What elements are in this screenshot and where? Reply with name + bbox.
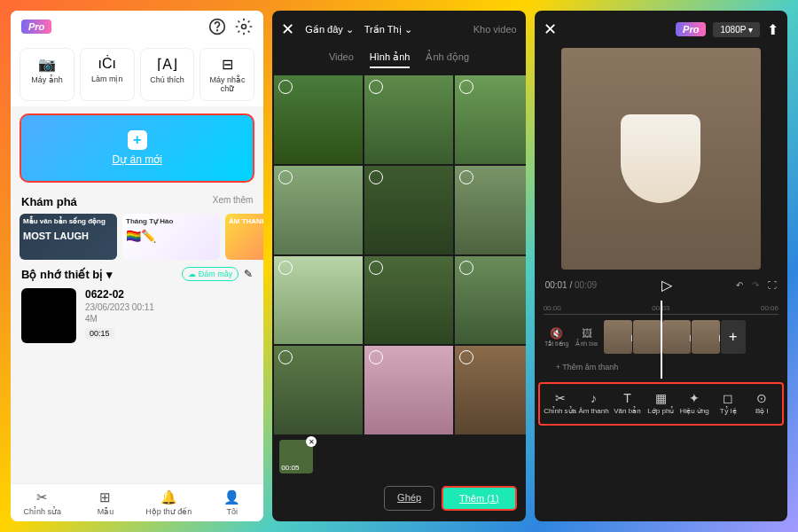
project-item[interactable]: 0622-02 23/06/2023 00:11 4M 00:15 [11, 288, 263, 343]
media-item[interactable] [364, 346, 453, 434]
project-info: 0622-02 23/06/2023 00:11 4M 00:15 [85, 288, 154, 343]
tab-edit[interactable]: ✂Chỉnh sửa [11, 489, 74, 516]
tab-inbox[interactable]: 🔔Hộp thư đến [137, 489, 200, 516]
tool-audio[interactable]: ♪Âm thanh [577, 391, 611, 415]
media-item[interactable] [274, 256, 363, 345]
recent-dropdown[interactable]: Gần đây ⌄ [305, 24, 353, 35]
time-display: 00:01 / 00:09 [545, 280, 597, 290]
tool-edit[interactable]: ✂Chỉnh sửa [544, 391, 577, 415]
explore-more[interactable]: Xem thêm [213, 195, 254, 208]
selected-thumb[interactable]: ✕ 00:05 [279, 440, 313, 473]
media-item[interactable] [364, 75, 453, 164]
card-label: Tháng Tự Hào [126, 217, 173, 225]
card-sub: MOST LAUGH [23, 231, 113, 241]
undo-icon[interactable]: ↶ [736, 280, 743, 290]
explore-cards: Mẫu văn bản sống độngMOST LAUGH Tháng Tự… [11, 214, 263, 260]
explore-card[interactable]: Tháng Tự Hào🏳️‍🌈✏️ [122, 214, 220, 260]
storage-title[interactable]: Bộ nhớ thiết bị ▾ [21, 268, 113, 281]
tool-beautify[interactable]: ıĊıLàm mịn [80, 48, 135, 101]
tool-label: Chú thích [145, 75, 191, 84]
tab-image[interactable]: Hình ảnh [370, 51, 411, 68]
beautify-icon: ıĊı [84, 56, 130, 72]
explore-header: Khám phá Xem thêm [11, 190, 263, 214]
bottom-tabbar: ✂Chỉnh sửa ⊞Mẫu 🔔Hộp thư đến 👤Tôi [11, 483, 263, 521]
media-item[interactable] [274, 75, 363, 164]
selected-row: ✕ 00:05 [272, 434, 525, 479]
clip[interactable] [692, 320, 720, 354]
project-date: 23/06/2023 00:11 [85, 302, 154, 312]
tool-camera[interactable]: 📷Máy ảnh [20, 48, 74, 101]
tool-teleprompter[interactable]: ⊟Máy nhắc chữ [200, 48, 254, 101]
media-picker-screen: ✕ Gần đây ⌄ Trần Thị ⌄ Kho video Video H… [272, 11, 525, 521]
media-item[interactable] [455, 346, 526, 434]
tool-ratio[interactable]: ◻Tỷ lệ [711, 391, 745, 415]
clip[interactable] [633, 320, 661, 354]
clip[interactable] [604, 320, 632, 354]
tab-me[interactable]: 👤Tôi [200, 489, 263, 516]
cover-button[interactable]: 🖼Ảnh bìa [574, 327, 600, 348]
mute-button[interactable]: 🔇Tắt tiếng [544, 327, 570, 348]
media-item[interactable] [274, 166, 363, 254]
media-item[interactable] [364, 256, 453, 345]
tool-label: Máy nhắc chữ [204, 75, 250, 93]
storage-header: Bộ nhớ thiết bị ▾ ☁ Đám mây ✎ [11, 260, 263, 288]
storage-actions: ☁ Đám mây ✎ [182, 267, 253, 281]
timeline[interactable]: 00:00 00:03 00:06 🔇Tắt tiếng 🖼Ảnh bìa + … [535, 301, 787, 379]
gear-icon[interactable] [235, 18, 253, 35]
tool-text[interactable]: TVăn bản [610, 391, 644, 415]
redo-icon[interactable]: ↷ [752, 280, 759, 290]
editor-header: ✕ Pro 1080P ▾ ⬆ [535, 11, 787, 48]
project-size: 4M [85, 314, 154, 324]
fullscreen-icon[interactable]: ⛶ [768, 280, 777, 290]
cloud-library[interactable]: Kho video [473, 24, 517, 35]
help-icon[interactable] [208, 18, 226, 35]
tool-effects[interactable]: ✦Hiệu ứng [677, 391, 711, 415]
tab-anim[interactable]: Ảnh động [426, 51, 469, 68]
tab-templates[interactable]: ⊞Mẫu [74, 489, 137, 516]
tool-filter[interactable]: ⊙Bộ l [745, 391, 778, 415]
image-icon: 🖼 [574, 327, 600, 340]
new-project-button[interactable]: + Dự án mới [20, 113, 254, 183]
ruler-tick: 00:00 [544, 304, 561, 314]
camera-icon: 📷 [24, 56, 70, 73]
merge-button[interactable]: Ghép [384, 486, 434, 511]
pro-badge[interactable]: Pro [21, 20, 51, 34]
tab-video[interactable]: Video [329, 51, 354, 68]
header-actions [208, 18, 253, 35]
resolution-button[interactable]: 1080P ▾ [713, 22, 760, 37]
video-preview[interactable] [561, 48, 761, 270]
tool-caption[interactable]: ⌈A⌋Chú thích [140, 48, 195, 101]
media-item[interactable] [455, 166, 526, 254]
cloud-button[interactable]: ☁ Đám mây [182, 267, 239, 281]
explore-card[interactable]: Mẫu văn bản sống độngMOST LAUGH [20, 214, 117, 260]
tool-label: Máy ảnh [24, 75, 70, 84]
media-type-tabs: Video Hình ảnh Ảnh động [272, 48, 525, 75]
close-icon[interactable]: ✕ [281, 20, 294, 39]
add-clip-button[interactable]: + [721, 320, 746, 354]
close-icon[interactable]: ✕ [544, 20, 557, 39]
explore-title: Khám phá [21, 195, 77, 208]
album-dropdown[interactable]: Trần Thị ⌄ [364, 24, 412, 35]
pro-badge[interactable]: Pro [676, 22, 706, 36]
project-duration: 00:15 [85, 328, 114, 339]
add-button[interactable]: Thêm (1) [442, 486, 517, 511]
tool-label: Làm mịn [84, 74, 130, 83]
media-item[interactable] [455, 75, 526, 164]
remove-icon[interactable]: ✕ [306, 436, 317, 447]
project-thumbnail [21, 288, 76, 343]
ratio-icon: ◻ [711, 391, 745, 405]
media-item[interactable] [364, 166, 453, 254]
media-item[interactable] [274, 346, 363, 434]
clip[interactable] [662, 320, 691, 354]
media-item[interactable] [455, 256, 526, 345]
playhead[interactable] [661, 301, 662, 379]
header: Pro [11, 11, 263, 43]
media-grid [272, 75, 525, 434]
edit-icon[interactable]: ✎ [244, 268, 253, 280]
explore-card[interactable]: ÂM THANH [225, 214, 263, 260]
person-icon: 👤 [200, 489, 263, 505]
new-project-label: Dự án mới [112, 153, 161, 166]
play-icon[interactable]: ▷ [661, 277, 672, 293]
tool-overlay[interactable]: ▦Lớp phủ [644, 391, 677, 415]
export-icon[interactable]: ⬆ [767, 21, 778, 38]
